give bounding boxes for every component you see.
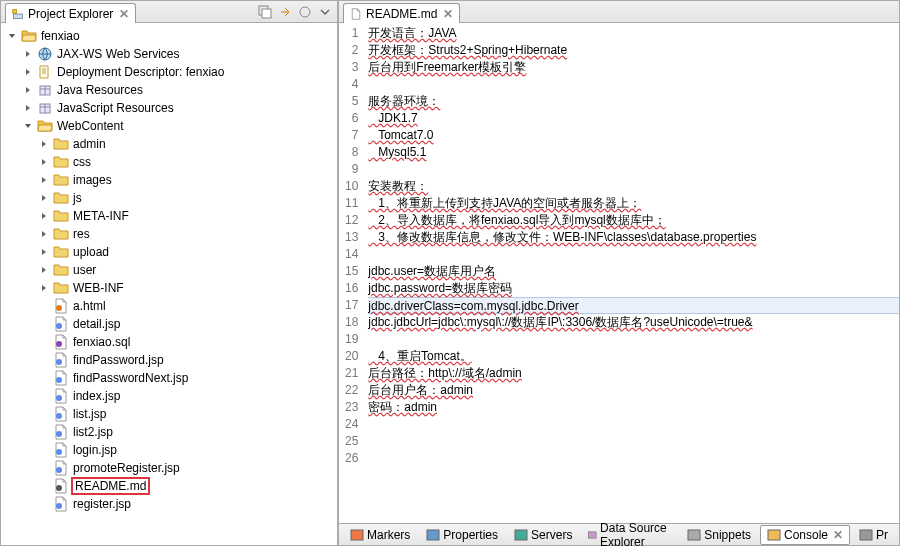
code-line[interactable]: 3、修改数据库信息，修改文件：WEB-INF\classes\database.…	[368, 229, 899, 246]
tree-node[interactable]: admin	[3, 135, 337, 153]
tree-node[interactable]: README.md	[3, 477, 337, 495]
code-line[interactable]: 4、重启Tomcat。	[368, 348, 899, 365]
tree-node[interactable]: register.jsp	[3, 495, 337, 513]
code-line[interactable]: jdbc.user=数据库用户名	[368, 263, 899, 280]
disclosure-icon[interactable]	[37, 245, 51, 259]
tree-node[interactable]: Java Resources	[3, 81, 337, 99]
view-tab-snippets[interactable]: Snippets	[680, 525, 758, 545]
code-line[interactable]	[368, 450, 899, 467]
code-line[interactable]	[368, 76, 899, 93]
tree-node[interactable]: a.html	[3, 297, 337, 315]
disclosure-icon[interactable]	[37, 209, 51, 223]
tree-node[interactable]: fenxiao.sql	[3, 333, 337, 351]
tree-node[interactable]: list.jsp	[3, 405, 337, 423]
view-tab-markers[interactable]: Markers	[343, 525, 417, 545]
code-line[interactable]: 开发语言：JAVA	[368, 25, 899, 42]
code-line[interactable]: jdbc.password=数据库密码	[368, 280, 899, 297]
disclosure-icon[interactable]	[37, 281, 51, 295]
code-line[interactable]: 密码：admin	[368, 399, 899, 416]
disclosure-icon[interactable]	[37, 227, 51, 241]
tree-node[interactable]: res	[3, 225, 337, 243]
code-line[interactable]: 后台用户名：admin	[368, 382, 899, 399]
tree-node[interactable]: fenxiao	[3, 27, 337, 45]
disclosure-icon[interactable]	[37, 479, 51, 493]
disclosure-icon[interactable]	[21, 83, 35, 97]
view-tab-pr[interactable]: Pr	[852, 525, 895, 545]
tree-node[interactable]: promoteRegister.jsp	[3, 459, 337, 477]
disclosure-icon[interactable]	[37, 191, 51, 205]
code-line[interactable]: jdbc.driverClass=com.mysql.jdbc.Driver	[368, 297, 899, 314]
disclosure-icon[interactable]	[37, 299, 51, 313]
disclosure-icon[interactable]	[37, 497, 51, 511]
tree-node[interactable]: JavaScript Resources	[3, 99, 337, 117]
svg-rect-22	[515, 530, 527, 540]
disclosure-icon[interactable]	[37, 155, 51, 169]
tree-node[interactable]: WEB-INF	[3, 279, 337, 297]
tree-node[interactable]: JAX-WS Web Services	[3, 45, 337, 63]
tree-node[interactable]: user	[3, 261, 337, 279]
disclosure-icon[interactable]	[37, 263, 51, 277]
disclosure-icon[interactable]	[21, 47, 35, 61]
disclosure-icon[interactable]	[37, 443, 51, 457]
code-line[interactable]	[368, 416, 899, 433]
link-editor-icon[interactable]	[277, 4, 293, 20]
tree-node[interactable]: images	[3, 171, 337, 189]
code-line[interactable]: 安装教程：	[368, 178, 899, 195]
disclosure-icon[interactable]	[37, 407, 51, 421]
tree-node[interactable]: Deployment Descriptor: fenxiao	[3, 63, 337, 81]
code-line[interactable]: JDK1.7	[368, 110, 899, 127]
collapse-all-icon[interactable]	[257, 4, 273, 20]
disclosure-icon[interactable]	[37, 461, 51, 475]
view-tab-properties[interactable]: Properties	[419, 525, 505, 545]
project-tree[interactable]: fenxiaoJAX-WS Web ServicesDeployment Des…	[1, 23, 337, 545]
tree-node[interactable]: findPasswordNext.jsp	[3, 369, 337, 387]
view-tab-data-source-explorer[interactable]: Data Source Explorer	[581, 518, 678, 547]
focus-icon[interactable]	[297, 4, 313, 20]
explorer-tab[interactable]: Project Explorer ✕	[5, 3, 136, 23]
tree-node[interactable]: css	[3, 153, 337, 171]
view-tab-servers[interactable]: Servers	[507, 525, 579, 545]
disclosure-icon[interactable]	[21, 65, 35, 79]
disclosure-icon[interactable]	[37, 335, 51, 349]
code-line[interactable]: 2、导入数据库，将fenxiao.sql导入到mysql数据库中；	[368, 212, 899, 229]
code-line[interactable]	[368, 331, 899, 348]
view-tab-console[interactable]: Console✕	[760, 525, 850, 545]
view-menu-icon[interactable]	[317, 4, 333, 20]
code-line[interactable]: 后台路径：http\://域名/admin	[368, 365, 899, 382]
tree-node[interactable]: login.jsp	[3, 441, 337, 459]
disclosure-icon[interactable]	[37, 389, 51, 403]
disclosure-icon[interactable]	[37, 353, 51, 367]
code-line[interactable]: Tomcat7.0	[368, 127, 899, 144]
tree-node[interactable]: detail.jsp	[3, 315, 337, 333]
disclosure-icon[interactable]	[37, 371, 51, 385]
disclosure-icon[interactable]	[37, 173, 51, 187]
code-line[interactable]: Mysql5.1	[368, 144, 899, 161]
tree-node[interactable]: WebContent	[3, 117, 337, 135]
disclosure-icon[interactable]	[37, 137, 51, 151]
code-line[interactable]: 服务器环境：	[368, 93, 899, 110]
editor-tab[interactable]: README.md ✕	[343, 3, 460, 23]
text-editor[interactable]: 1234567891011121314151617181920212223242…	[339, 23, 899, 545]
tree-node[interactable]: META-INF	[3, 207, 337, 225]
disclosure-icon[interactable]	[37, 425, 51, 439]
code-line[interactable]	[368, 161, 899, 178]
tree-node[interactable]: index.jsp	[3, 387, 337, 405]
tree-node[interactable]: upload	[3, 243, 337, 261]
code-line[interactable]: 后台用到Freemarker模板引擎	[368, 59, 899, 76]
tree-node[interactable]: js	[3, 189, 337, 207]
close-icon[interactable]: ✕	[119, 7, 129, 21]
disclosure-icon[interactable]	[5, 29, 19, 43]
disclosure-icon[interactable]	[21, 119, 35, 133]
code-line[interactable]: 开发框架：Struts2+Spring+Hibernate	[368, 42, 899, 59]
code-line[interactable]	[368, 433, 899, 450]
code-line[interactable]: 1、将重新上传到支持JAVA的空间或者服务器上；	[368, 195, 899, 212]
disclosure-icon[interactable]	[21, 101, 35, 115]
tree-node[interactable]: list2.jsp	[3, 423, 337, 441]
disclosure-icon[interactable]	[37, 317, 51, 331]
tree-node[interactable]: findPassword.jsp	[3, 351, 337, 369]
close-icon[interactable]: ✕	[833, 528, 843, 542]
code-line[interactable]	[368, 246, 899, 263]
code-area[interactable]: 开发语言：JAVA开发框架：Struts2+Spring+Hibernate后台…	[368, 23, 899, 545]
code-line[interactable]: jdbc.jdbcUrl=jdbc\:mysql\://数据库IP\:3306/…	[368, 314, 899, 331]
close-icon[interactable]: ✕	[443, 7, 453, 21]
